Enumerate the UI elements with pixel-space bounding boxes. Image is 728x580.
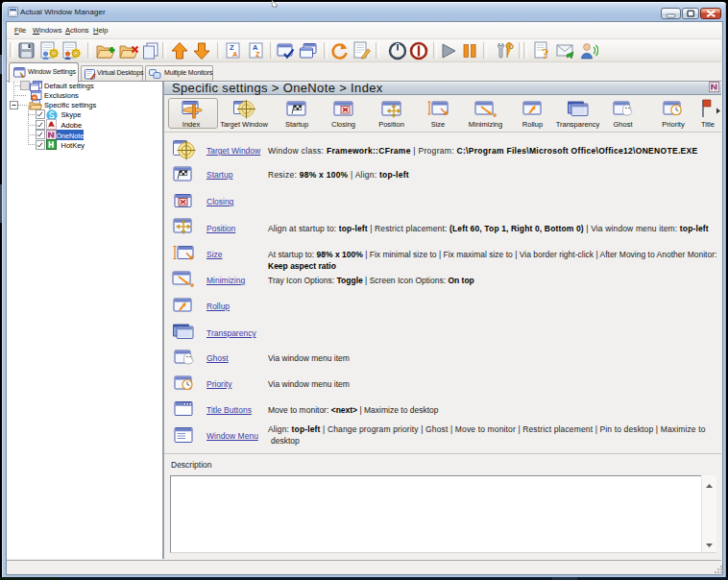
svg-text:Z: Z — [255, 50, 260, 59]
svg-text:A: A — [232, 50, 238, 59]
svg-text:?: ? — [542, 46, 549, 61]
